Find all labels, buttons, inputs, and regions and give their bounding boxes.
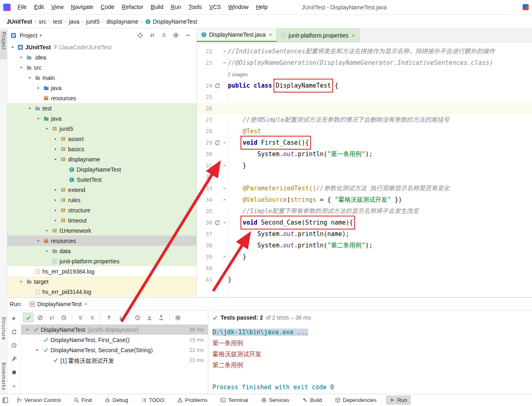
tree-item-structure[interactable]: structure [7,205,196,215]
tree-item-hs_err_pid19384.log[interactable]: ?hs_err_pid19384.log [7,266,196,276]
chevron-right-icon[interactable] [43,229,51,233]
usages-inlay[interactable]: 2 usages [228,72,248,77]
tree-item-hs_err_pid3144.log[interactable]: ?hs_err_pid3144.log [7,287,196,297]
test-history-icon[interactable] [10,341,19,350]
chevron-right-icon[interactable] [35,86,42,90]
show-passed-button[interactable] [23,313,33,322]
adjust-settings-icon[interactable] [10,354,19,363]
chevron-down-icon[interactable]: ▾ [40,33,42,38]
fold-down-icon[interactable] [221,186,228,191]
tree-item-.idea[interactable]: .idea [7,52,196,62]
test-result-row[interactable]: DisplayNameTest, Second_Case(String)21 m… [21,345,208,355]
chevron-down-icon[interactable] [26,76,33,80]
rerun-tests-icon[interactable] [10,314,19,323]
tree-item-test[interactable]: test [7,103,196,113]
sort-alphabetically-button[interactable] [46,313,57,322]
export-test-results-button[interactable] [156,313,166,322]
sort-by-duration-button[interactable] [58,313,69,322]
fold-down-icon[interactable] [221,140,228,145]
test-result-row[interactable]: [1] 霍格沃兹测试开发21 ms [21,355,208,365]
statusbar-item-problems[interactable]: Problems [174,395,211,405]
tree-item-java[interactable]: java [7,113,196,124]
project-panel-title[interactable]: Project [20,32,38,39]
menu-help[interactable]: Help [252,0,272,14]
menu-tools[interactable]: Tools [185,0,205,14]
fold-up-icon[interactable] [221,163,228,168]
code-editor[interactable]: 22//IndicativeSentences配置将类名和方法名拼接作为显示名称… [197,42,532,297]
fold-up-icon[interactable] [221,197,228,202]
chevron-down-icon[interactable] [35,117,42,121]
statusbar-item-find[interactable]: Find [70,395,95,405]
chevron-down-icon[interactable] [33,348,42,352]
chevron-right-icon[interactable] [52,218,59,223]
run-console[interactable]: Tests passed: 2 of 2 tests – 36 ms D:\jd… [208,311,532,394]
chevron-down-icon[interactable] [23,328,32,332]
close-icon[interactable]: × [268,31,272,38]
statusbar-item-todo[interactable]: TODO [138,395,168,405]
breadcrumb-item-src[interactable]: src [37,18,48,25]
code-line-26[interactable]: 26 [197,103,532,114]
run-test-icon[interactable] [213,140,221,146]
select-opened-file-icon[interactable] [137,32,143,39]
tree-item-extend[interactable]: extend [7,185,196,195]
code-line-25[interactable]: 25 [197,91,532,103]
code-line-30[interactable]: 30 System.out.println("第一条用例"); [197,148,532,160]
code-line-37[interactable]: 37 System.out.println(name); [197,228,532,240]
close-icon[interactable]: × [351,32,355,39]
chevron-down-icon[interactable] [18,66,25,70]
menu-vcs[interactable]: VCS [205,0,225,14]
tree-item-data[interactable]: data [7,246,196,256]
expand-collapse-icon[interactable] [149,32,155,39]
menu-run[interactable]: Run [167,0,185,14]
toolwindow-toggle-icon[interactable] [2,397,9,404]
menu-refactor[interactable]: Refactor [118,0,147,14]
code-line-34[interactable]: 34 @ValueSource(strings = { "霍格沃兹测试开发" }… [197,194,532,205]
code-line-36[interactable]: 36 void Second_Case(String name){ [197,217,532,228]
tree-item-java[interactable]: java [7,83,196,93]
tree-item-basics[interactable]: basics [7,144,196,154]
chevron-down-icon[interactable] [52,157,59,161]
tree-item-rules[interactable]: rules [7,195,196,205]
menu-file[interactable]: File [14,0,31,14]
breadcrumb-item-test[interactable]: test [51,18,64,25]
tree-item-DisplayNameTest[interactable]: CDisplayNameTest [7,164,196,174]
menu-navigate[interactable]: Navigate [67,0,97,14]
tree-item-resources[interactable]: resources [7,236,196,246]
editor-tab-junit-platform.properties[interactable]: junit-platform.properties× [277,29,360,42]
code-line-35[interactable]: 35 //Simple配置下带有参数的测试方法的显示名称将不会发生改变 [197,205,532,217]
statusbar-item-version-control[interactable]: Version Control [13,395,64,405]
code-line-22[interactable]: 22//IndicativeSentences配置将类名和方法名拼接作为显示名称… [197,46,532,57]
hide-panel-icon[interactable] [184,32,191,39]
code-line-27[interactable]: 27 //使用Simple配置测试方法无参数的情况下会删除没有参数的方法的尾括号 [197,114,532,126]
code-line-40[interactable]: 40 [197,263,532,274]
chevron-down-icon[interactable] [9,45,16,49]
tree-item-displayname[interactable]: displayname [7,154,196,164]
statusbar-item-dependencies[interactable]: Dependencies [331,395,380,405]
tree-item-junit5[interactable]: junit5 [7,124,196,134]
collapse-all-button[interactable] [87,313,97,322]
breadcrumb-item-displaynametest[interactable]: CDisplayNameTest [143,18,199,25]
menu-window[interactable]: Window [225,0,252,14]
chevron-right-icon[interactable] [18,55,25,60]
tree-item-timeout[interactable]: timeout [7,215,196,225]
rerun-failed-tests-icon[interactable] [10,327,19,336]
code-line-39[interactable]: 39 } [197,251,532,263]
chevron-down-icon[interactable] [35,239,42,243]
previous-failed-test-button[interactable] [104,313,114,322]
code-line-28[interactable]: 28 @Test [197,126,532,137]
test-result-row[interactable]: DisplayNameTest, First_Case()15 ms [21,335,208,345]
toolwindow-button-bookmarks[interactable]: Bookmarks [0,361,7,392]
import-test-results-button[interactable] [144,313,155,322]
stop-icon[interactable] [10,368,19,377]
tree-item-target[interactable]: target [7,276,196,287]
code-inlay-line[interactable]: 2 usages [197,68,532,80]
statusbar-item-run[interactable]: Run [386,395,411,405]
statusbar-item-terminal[interactable]: Terminal [217,395,252,405]
toolwindow-button-structure[interactable]: Structure [0,315,7,342]
close-icon[interactable]: × [84,301,88,307]
breadcrumb-item-java[interactable]: java [67,18,81,25]
code-line-24[interactable]: 24public class DisplayNameTest { [197,80,532,91]
tree-item-resources[interactable]: resources [7,93,196,103]
tree-item-JUnitTest[interactable]: JUnitTestF:\JavaCode\JUnitTest [7,42,196,52]
more-options-icon[interactable]: » [10,381,19,390]
